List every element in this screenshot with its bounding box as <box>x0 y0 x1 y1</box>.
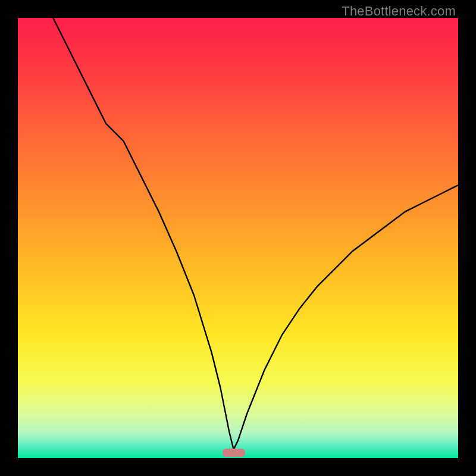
plot-area <box>18 18 458 458</box>
curve-plot <box>18 18 458 458</box>
bottleneck-curve <box>53 18 458 449</box>
chart-frame: TheBottleneck.com <box>0 0 476 476</box>
optimum-marker <box>223 449 245 457</box>
watermark-text: TheBottleneck.com <box>342 4 456 19</box>
